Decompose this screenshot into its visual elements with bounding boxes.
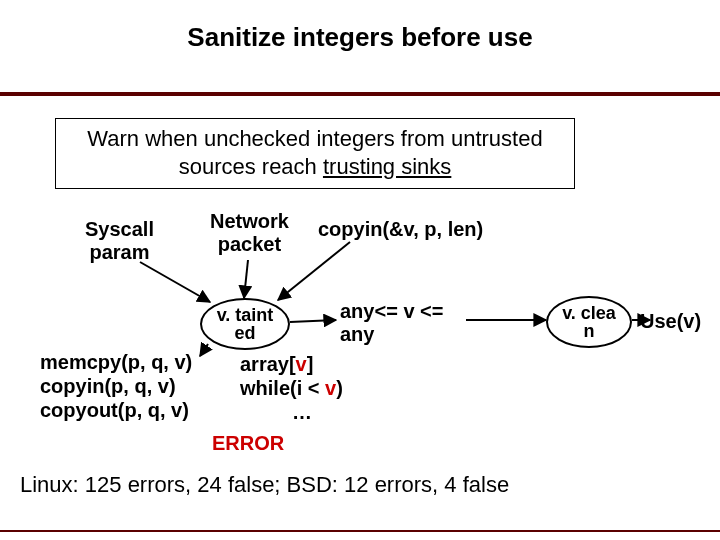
sink-copyin: copyin(p, q, v) bbox=[40, 374, 176, 399]
page-title: Sanitize integers before use bbox=[0, 0, 720, 53]
use-while-b: ) bbox=[336, 377, 343, 399]
use-dots: … bbox=[292, 400, 312, 425]
svg-line-1 bbox=[244, 260, 248, 298]
warn-line2b: trusting sinks bbox=[323, 154, 451, 179]
svg-line-6 bbox=[200, 344, 208, 356]
svg-line-0 bbox=[140, 262, 210, 302]
use-while-a: while(i < bbox=[240, 377, 325, 399]
sink-memcpy: memcpy(p, q, v) bbox=[40, 350, 192, 375]
svg-line-3 bbox=[290, 320, 336, 322]
warn-box: Warn when unchecked integers from untrus… bbox=[55, 118, 575, 189]
error-label: ERROR bbox=[212, 432, 284, 455]
warn-line1: Warn when unchecked integers from untrus… bbox=[87, 126, 542, 151]
warn-line2a: sources reach bbox=[179, 154, 323, 179]
title-rule bbox=[0, 92, 720, 96]
oval-tainted: v. taint ed bbox=[200, 298, 290, 350]
footer-stats: Linux: 125 errors, 24 false; BSD: 12 err… bbox=[20, 472, 509, 498]
use-v: Use(v) bbox=[640, 310, 701, 333]
use-array-b: ] bbox=[307, 353, 314, 375]
label-syscall: Syscall param bbox=[85, 218, 154, 264]
use-while: while(i < v) bbox=[240, 376, 343, 401]
label-copyin: copyin(&v, p, len) bbox=[318, 218, 483, 241]
label-network: Network packet bbox=[210, 210, 289, 256]
use-while-v: v bbox=[325, 377, 336, 399]
sink-copyout: copyout(p, q, v) bbox=[40, 398, 189, 423]
oval-clean: v. clea n bbox=[546, 296, 632, 348]
guard-text: any<= v <= any bbox=[340, 300, 443, 346]
footer-rule bbox=[0, 530, 720, 532]
use-array-a: array[ bbox=[240, 353, 296, 375]
use-array: array[v] bbox=[240, 352, 313, 377]
use-array-v: v bbox=[296, 353, 307, 375]
diagram-arrows bbox=[0, 0, 720, 540]
